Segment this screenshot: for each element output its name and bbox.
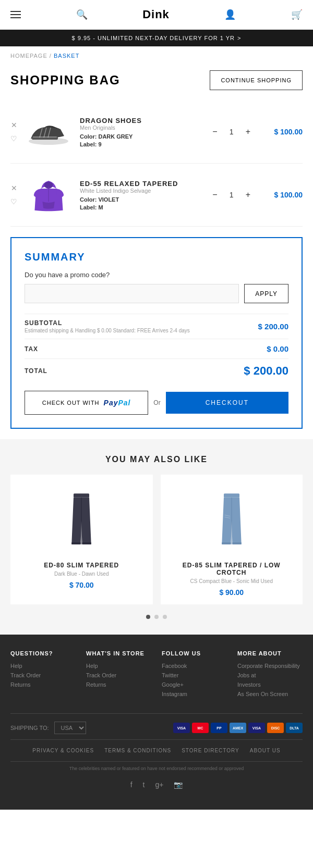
search-icon[interactable]: 🔍 (76, 9, 88, 20)
rec-item-1-name: ED-80 SLIM TAPERED (18, 562, 145, 569)
footer-jobs[interactable]: Jobs at (237, 672, 303, 678)
svg-rect-8 (74, 493, 89, 498)
carousel-dot-3[interactable] (163, 615, 167, 619)
item-2-decrease-button[interactable]: − (210, 189, 220, 201)
rec-item-1-price: $ 70.00 (18, 581, 145, 589)
total-amount: $ 200.00 (244, 364, 288, 378)
footer-questions-title: QUESTIONS? (10, 650, 76, 656)
paypal-logo-icon: PayPal (104, 399, 131, 407)
item-1-increase-button[interactable]: + (243, 126, 253, 138)
promo-label: Do you have a promo code? (25, 271, 288, 279)
item-1-qty-value: 1 (226, 128, 237, 136)
delta-icon: DLTA (286, 723, 303, 733)
shipping-country-select[interactable]: USA (54, 722, 86, 734)
google-social-icon[interactable]: g+ (155, 780, 163, 789)
footer-seen-on[interactable]: As Seen On Screen (237, 691, 303, 697)
cart-items-container: ✕ ♡ DRAGON SHOES Men Originals Color: (0, 101, 313, 227)
subtotal-label-group: SUBTOTAL Estimated shipping & Handling $… (25, 319, 190, 333)
tax-amount: $ 0.00 (267, 344, 288, 353)
rec-item-2-image (168, 482, 295, 555)
footer-store-dir-link[interactable]: STORE DIRECTORY (182, 748, 239, 753)
rec-item-1-image (18, 482, 145, 555)
rec-item-2-subtitle: CS Compact Blue - Sonic Mid Used (168, 578, 295, 584)
rec-item-1[interactable]: ED-80 SLIM TAPERED Dark Blue - Dawn Used… (10, 475, 153, 604)
wishlist-item-2-button[interactable]: ♡ (10, 197, 17, 206)
footer-about-link[interactable]: ABOUT US (250, 748, 281, 753)
footer-links-row: PRIVACY & COOKIES TERMS & CONDITIONS STO… (10, 739, 303, 762)
subtotal-label: SUBTOTAL (25, 319, 190, 327)
footer-col-questions: QUESTIONS? Help Track Order Returns (10, 650, 76, 700)
checkout-button[interactable]: CHECKOUT (166, 392, 288, 414)
item-2-details: ED-55 RELAXED TAPERED White Listed Indig… (80, 180, 202, 210)
item-1-name: DRAGON SHOES (80, 117, 202, 125)
breadcrumb-current: BASKET (54, 53, 79, 59)
promo-banner[interactable]: $ 9.95 - UNLIMITED NEXT-DAY DELIVERY FOR… (0, 30, 313, 46)
apply-promo-button[interactable]: APPLY (244, 284, 288, 303)
footer-google[interactable]: Google+ (162, 681, 227, 688)
carousel-dot-1[interactable] (146, 615, 150, 619)
summary-box: SUMMARY Do you have a promo code? APPLY … (10, 237, 303, 429)
footer-divider (10, 713, 303, 714)
footer-track-order-2[interactable]: Track Order (86, 672, 151, 678)
footer-privacy-link[interactable]: PRIVACY & COOKIES (32, 748, 94, 753)
footer-col-follow: FOLLOW US Facebook Twitter Google+ Insta… (162, 650, 227, 700)
svg-rect-10 (72, 542, 81, 544)
promo-code-input[interactable] (25, 284, 239, 303)
total-label: TOTAL (25, 367, 47, 375)
paypal-btn-prefix: CHECK OUT WITH (42, 400, 100, 406)
shipping-label: SHIPPING TO: (10, 725, 49, 731)
rec-item-2-name: ED-85 SLIM TAPERED / LOW CROTCH (168, 562, 295, 576)
total-row: TOTAL $ 200.00 (25, 358, 288, 383)
footer-more-title: MORE ABOUT (237, 650, 303, 656)
discover-icon: DISC (267, 723, 284, 733)
carousel-dots (10, 615, 303, 619)
instagram-social-icon[interactable]: 📷 (174, 780, 183, 789)
paypal-checkout-button[interactable]: CHECK OUT WITH PayPal (25, 391, 148, 415)
footer-investors[interactable]: Investors (237, 681, 303, 688)
rec-item-2[interactable]: ED-85 SLIM TAPERED / LOW CROTCH CS Compa… (161, 475, 303, 604)
tax-label: TAX (25, 345, 38, 353)
remove-item-2-button[interactable]: ✕ (11, 184, 17, 192)
hamburger-menu[interactable] (10, 11, 21, 18)
tax-row: TAX $ 0.00 (25, 339, 288, 358)
cart-item-1: ✕ ♡ DRAGON SHOES Men Originals Color: (10, 101, 303, 164)
item-2-subtitle: White Listed Indigo Selvage (80, 188, 202, 194)
footer-instagram[interactable]: Instagram (162, 691, 227, 697)
footer-returns-1[interactable]: Returns (10, 681, 76, 688)
footer-corp-resp[interactable]: Corporate Responsibility (237, 663, 303, 669)
footer-terms-link[interactable]: TERMS & CONDITIONS (104, 748, 171, 753)
svg-rect-11 (82, 542, 91, 544)
item-1-decrease-button[interactable]: − (210, 126, 220, 138)
remove-item-1-button[interactable]: ✕ (11, 121, 17, 129)
footer-facebook[interactable]: Facebook (162, 663, 227, 669)
continue-shopping-button[interactable]: CONTINUE SHOPPING (210, 70, 303, 90)
footer-twitter[interactable]: Twitter (162, 672, 227, 678)
recommendations-section: YOU MAY ALSO LIKE ED-80 SLIM TAPERED Dar… (0, 439, 313, 635)
rec-item-2-price: $ 90.00 (168, 588, 295, 597)
recommendations-grid: ED-80 SLIM TAPERED Dark Blue - Dawn Used… (10, 475, 303, 604)
mastercard-icon: MC (192, 723, 209, 733)
rec-item-1-subtitle: Dark Blue - Dawn Used (18, 571, 145, 577)
cart-icon[interactable]: 🛒 (291, 9, 303, 20)
wishlist-item-1-button[interactable]: ♡ (10, 134, 17, 143)
shipping-row: SHIPPING TO: USA (10, 722, 86, 734)
footer-disclaimer: The celebrities named or featured on hav… (10, 762, 303, 775)
breadcrumb-home[interactable]: HOMEPAGE (10, 53, 47, 59)
item-2-increase-button[interactable]: + (243, 189, 253, 201)
footer-help-1[interactable]: Help (10, 663, 76, 669)
twitter-social-icon[interactable]: t (143, 780, 145, 789)
footer: QUESTIONS? Help Track Order Returns WHAT… (0, 635, 313, 810)
footer-help-2[interactable]: Help (86, 663, 151, 669)
facebook-social-icon[interactable]: f (130, 780, 133, 789)
carousel-dot-2[interactable] (154, 615, 159, 619)
or-separator: Or (153, 399, 160, 406)
item-1-price: $ 100.00 (261, 128, 303, 136)
footer-track-order-1[interactable]: Track Order (10, 672, 76, 678)
user-icon[interactable]: 👤 (224, 9, 236, 20)
page-title: SHOPPING BAG (10, 73, 121, 88)
item-2-color: Color: VIOLET (80, 196, 202, 203)
footer-returns-2[interactable]: Returns (86, 681, 151, 688)
footer-follow-title: FOLLOW US (162, 650, 227, 656)
footer-social-row: f t g+ 📷 (10, 775, 303, 794)
item-1-image (25, 111, 72, 153)
